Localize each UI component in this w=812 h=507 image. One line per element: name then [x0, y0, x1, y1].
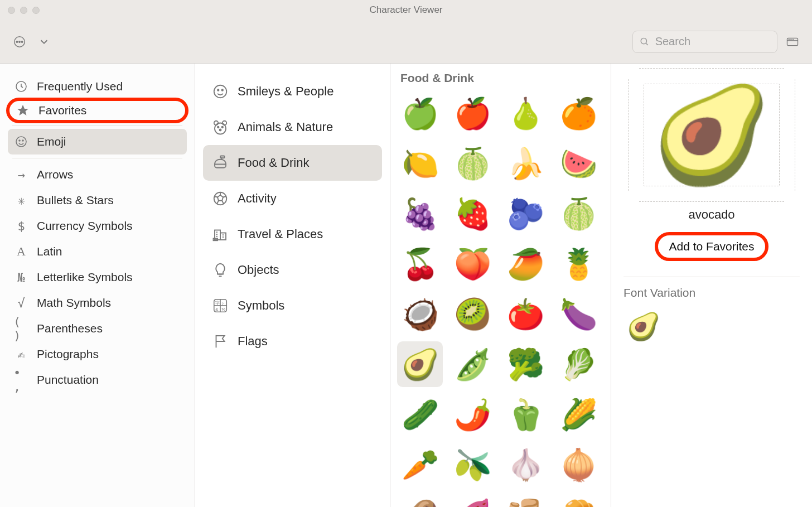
sidebar-item-parentheses[interactable]: ( ) Parentheses — [8, 316, 187, 341]
emoji-cell[interactable]: 🍏 — [397, 90, 443, 136]
emoji-cell[interactable]: 🫐 — [503, 191, 549, 236]
emoji-cell[interactable]: 🍈 — [450, 141, 496, 186]
emoji-cell[interactable]: 🍌 — [503, 141, 549, 186]
sqrt-icon: √ — [13, 296, 29, 310]
svg-text:&: & — [215, 307, 218, 312]
emoji-cell[interactable]: 🥭 — [503, 241, 549, 287]
customize-list-button[interactable] — [10, 32, 29, 51]
svg-point-13 — [16, 137, 26, 147]
emoji-cell[interactable]: 🍆 — [555, 291, 601, 337]
emoji-cell[interactable]: 🍇 — [397, 191, 443, 236]
search-box[interactable] — [632, 31, 777, 53]
emoji-cell[interactable]: 🥒 — [397, 392, 443, 437]
emoji-cell[interactable]: 🍋 — [397, 141, 443, 186]
sidebar-divider — [12, 158, 182, 158]
subcategory-label: Symbols — [238, 298, 284, 313]
traffic-lights — [8, 7, 40, 14]
sidebar-item-latin[interactable]: A Latin — [8, 239, 187, 264]
svg-point-15 — [22, 140, 23, 141]
svg-point-14 — [19, 140, 20, 141]
svg-marker-28 — [218, 195, 223, 201]
subcategory-travel-places[interactable]: Travel & Places — [203, 216, 382, 252]
emoji-cell[interactable]: 🥐 — [555, 492, 601, 507]
sidebar-item-label: Frequently Used — [37, 80, 123, 93]
emoji-cell[interactable]: 🍓 — [450, 191, 496, 236]
svg-line-31 — [215, 196, 218, 197]
emoji-cell[interactable]: 🫚 — [503, 492, 549, 507]
emoji-cell[interactable]: 🥬 — [555, 341, 601, 387]
emoji-cell[interactable]: 🫒 — [450, 442, 496, 487]
subcategory-objects[interactable]: Objects — [203, 252, 382, 288]
sidebar-item-currency[interactable]: $ Currency Symbols — [8, 213, 187, 239]
emoji-cell[interactable]: 🍐 — [503, 90, 549, 136]
emoji-cell[interactable]: 🌽 — [555, 392, 601, 437]
titlebar: Character Viewer — [0, 0, 812, 20]
emoji-cell[interactable]: 🫑 — [503, 392, 549, 437]
sidebar-item-label: Favorites — [38, 104, 86, 117]
asterisk-icon: ✳︎ — [13, 194, 29, 207]
svg-point-16 — [214, 85, 227, 98]
close-window-button[interactable] — [8, 7, 15, 14]
font-variation-item[interactable]: 🥑 — [624, 306, 664, 346]
smiley-icon — [13, 135, 29, 148]
emoji-cell[interactable]: 🥕 — [397, 442, 443, 487]
minimize-window-button[interactable] — [20, 7, 27, 14]
dropdown-button[interactable] — [35, 32, 54, 51]
sidebar-item-pictographs[interactable]: ✍︎ Pictographs — [8, 341, 187, 367]
emoji-cell[interactable]: 🧄 — [503, 442, 549, 487]
emoji-cell[interactable]: 🍅 — [503, 291, 549, 337]
svg-rect-35 — [220, 233, 226, 240]
sidebar-item-label: Emoji — [37, 135, 66, 148]
emoji-cell[interactable]: 🧅 — [555, 442, 601, 487]
bulb-icon — [211, 260, 230, 279]
emoji-cell[interactable]: 🥝 — [450, 291, 496, 337]
emoji-cell[interactable]: 🥑 — [397, 341, 443, 387]
emoji-grid-panel: Food & Drink 🍏🍎🍐🍊🍋🍈🍌🍉🍇🍓🫐🍈🍒🍑🥭🍍🥥🥝🍅🍆🥑🫛🥦🥬🥒🌶️… — [390, 64, 611, 507]
emoji-cell[interactable]: 🫛 — [450, 341, 496, 387]
bear-icon — [211, 118, 230, 137]
sidebar-divider — [12, 125, 182, 125]
sidebar-item-frequently-used[interactable]: Frequently Used — [8, 74, 187, 99]
search-input[interactable] — [655, 35, 770, 48]
collapse-panel-button[interactable] — [783, 32, 802, 51]
punct-icon: • , — [13, 366, 29, 394]
sidebar-item-favorites[interactable]: Favorites — [6, 98, 188, 123]
emoji-cell[interactable]: 🥥 — [397, 291, 443, 337]
sidebar-item-letterlike[interactable]: № Letterlike Symbols — [8, 264, 187, 290]
sidebar-item-arrows[interactable]: → Arrows — [8, 162, 187, 187]
font-variation-label: Font Variation — [624, 277, 800, 300]
sidebar-item-math[interactable]: √ Math Symbols — [8, 290, 187, 316]
add-to-favorites-highlight: Add to Favorites — [655, 232, 769, 261]
soccer-icon — [211, 189, 230, 208]
detail-panel: 🥑 avocado Add to Favorites Font Variatio… — [611, 64, 812, 507]
emoji-cell[interactable]: 🥦 — [503, 341, 549, 387]
emoji-cell[interactable]: 🍊 — [555, 90, 601, 136]
sidebar-item-label: Pictographs — [37, 347, 99, 361]
emoji-cell[interactable]: 🍒 — [397, 241, 443, 287]
emoji-cell[interactable]: 🍑 — [450, 241, 496, 287]
svg-rect-26 — [220, 156, 225, 158]
emoji-cell[interactable]: 🍍 — [555, 241, 601, 287]
subcategory-symbols[interactable]: 字♪&% Symbols — [203, 288, 382, 323]
smiley-icon — [211, 82, 230, 101]
subcategory-flags[interactable]: Flags — [203, 323, 382, 359]
subcategory-food-drink[interactable]: Food & Drink — [203, 145, 382, 181]
subcategory-animals-nature[interactable]: Animals & Nature — [203, 109, 382, 145]
emoji-cell[interactable]: 🌶️ — [450, 392, 496, 437]
emoji-cell[interactable]: 🍈 — [555, 191, 601, 236]
add-to-favorites-button[interactable]: Add to Favorites — [661, 236, 762, 257]
zoom-window-button[interactable] — [32, 7, 40, 14]
emoji-cell[interactable]: 🍉 — [555, 141, 601, 186]
sidebar-item-bullets-stars[interactable]: ✳︎ Bullets & Stars — [8, 187, 187, 213]
emoji-cell[interactable]: 🍠 — [450, 492, 496, 507]
subcategory-smileys-people[interactable]: Smileys & People — [203, 74, 382, 109]
subcategory-activity[interactable]: Activity — [203, 181, 382, 216]
svg-point-2 — [19, 41, 20, 42]
sidebar-item-punctuation[interactable]: • , Punctuation — [8, 367, 187, 393]
svg-line-33 — [217, 201, 219, 204]
emoji-cell[interactable]: 🥔 — [397, 492, 443, 507]
clock-icon — [13, 80, 29, 93]
subcategory-label: Objects — [238, 263, 279, 277]
sidebar-item-emoji[interactable]: Emoji — [8, 129, 187, 154]
emoji-cell[interactable]: 🍎 — [450, 90, 496, 136]
